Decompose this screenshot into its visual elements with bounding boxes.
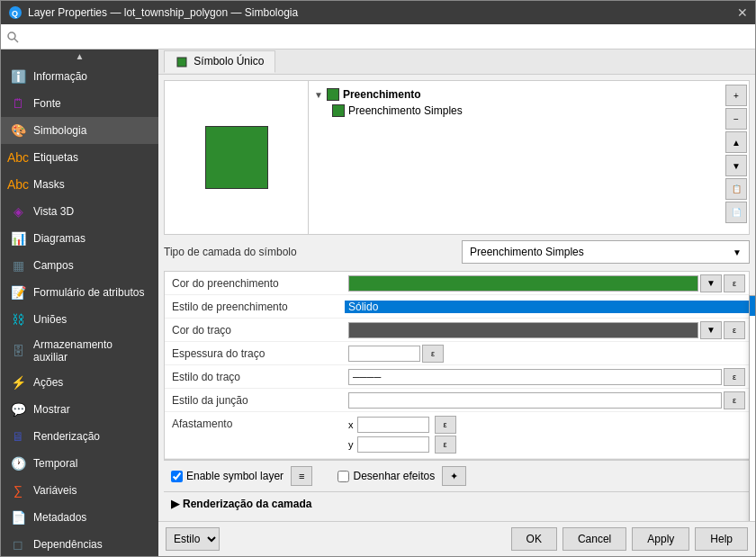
style-dropdown-group: Estilo	[166, 527, 220, 551]
sidebar-label-temporal: Temporal	[33, 457, 77, 470]
sidebar-label-acoes: Ações	[33, 376, 63, 389]
prop-row-estilo-traco: Estilo do traço ──── ε	[165, 365, 749, 389]
estilo-traco-value: ────	[353, 372, 381, 382]
render-header[interactable]: ▶ Renderização da camada	[171, 498, 742, 510]
bottom-bar: Estilo OK Cancel Apply Help	[158, 521, 755, 556]
color-swatch-fill[interactable]	[348, 275, 698, 292]
search-bar	[1, 24, 755, 49]
sidebar-item-etiquetas[interactable]: AbcEtiquetas	[1, 144, 158, 171]
fill-style-solido[interactable]: Sólido	[750, 296, 755, 316]
sym-paste-btn[interactable]: 📄	[725, 202, 747, 223]
fill-style-diag135[interactable]: Diagonal 135°	[750, 395, 755, 415]
fonte-icon: 🗒	[10, 95, 26, 112]
prop-btn-juncao-expr[interactable]: ε	[724, 391, 745, 409]
sym-remove-btn[interactable]: −	[725, 108, 747, 130]
prop-label-estilo-preenchimento: Estilo de preenchimento	[165, 301, 345, 313]
prop-btn-traco-expr[interactable]: ε	[724, 321, 745, 339]
prop-btn-estilo-traco-expr[interactable]: ε	[724, 368, 745, 386]
prop-btn-afastamento-x-expr[interactable]: ε	[435, 416, 456, 434]
render-label: Renderização da camada	[183, 498, 311, 510]
fill-style-diagx[interactable]: Diagonal X	[750, 435, 755, 454]
prop-btn-fill-dropdown[interactable]: ▼	[700, 274, 722, 292]
fill-style-dens4[interactable]: Densidade 4	[750, 514, 755, 521]
estilo-juncao-select[interactable]	[348, 392, 722, 409]
fill-style-cruz[interactable]: Cruz	[750, 375, 755, 395]
draw-effects-btn[interactable]: ✦	[442, 466, 466, 486]
sidebar-label-dependencias: Dependências	[33, 538, 103, 551]
right-panel: Símbolo Único ▼ Preenchimento	[158, 49, 755, 556]
sidebar-item-dependencias[interactable]: ◻Dependências	[1, 531, 158, 556]
sym-down-btn[interactable]: ▼	[725, 155, 747, 176]
sym-up-btn[interactable]: ▲	[725, 131, 747, 153]
fill-style-dens2[interactable]: Densidade 2	[750, 474, 755, 494]
sidebar-item-acoes[interactable]: ⚡Ações	[1, 369, 158, 396]
apply-button[interactable]: Apply	[632, 527, 689, 551]
fill-style-vertical[interactable]: Vertical	[750, 355, 755, 375]
sidebar-item-informacao[interactable]: ℹ️Informação	[1, 63, 158, 90]
sym-copy-btn[interactable]: 📋	[725, 178, 747, 200]
prop-row-espessura-traco: Espessura do traço ε	[165, 342, 749, 365]
sidebar-label-etiquetas: Etiquetas	[33, 151, 78, 164]
espessura-input[interactable]	[348, 346, 420, 362]
sidebar-item-unioes[interactable]: ⛓Uniões	[1, 306, 158, 333]
enable-symbol-check[interactable]	[171, 471, 183, 482]
sidebar-item-fonte[interactable]: 🗒Fonte	[1, 90, 158, 117]
sidebar-item-temporal[interactable]: 🕐Temporal	[1, 450, 158, 477]
sidebar-item-formulario[interactable]: 📝Formulário de atributos	[1, 279, 158, 306]
fill-style-selected: Sólido	[348, 301, 378, 313]
sidebar-item-renderizacao[interactable]: 🖥Renderização	[1, 423, 158, 450]
sidebar-item-masks[interactable]: AbcMasks	[1, 171, 158, 198]
sidebar-item-vista3d[interactable]: ◈Vista 3D	[1, 198, 158, 225]
afastamento-x-input[interactable]	[357, 417, 429, 433]
sidebar-item-campos[interactable]: ▦Campos	[1, 252, 158, 279]
symbol-tree-root[interactable]: ▼ Preenchimento	[314, 86, 716, 103]
metadados-icon: 📄	[10, 509, 26, 526]
symbol-layer-btn[interactable]: ≡	[291, 466, 312, 486]
unioes-icon: ⛓	[10, 311, 26, 328]
fill-style-dens1[interactable]: Densidade 1	[750, 454, 755, 474]
afastamento-y-input[interactable]	[357, 436, 429, 453]
sidebar-item-armazenamento[interactable]: 🗄Armazenamento auxiliar	[1, 333, 158, 369]
symbol-buttons: + − ▲ ▼ 📋 📄	[722, 81, 749, 234]
sym-add-btn[interactable]: +	[725, 85, 747, 106]
prop-value-estilo-preenchimento[interactable]: Sólido	[345, 301, 749, 313]
search-input[interactable]	[22, 31, 750, 43]
ok-button[interactable]: OK	[511, 527, 557, 551]
prop-value-estilo-traco: ──── ε	[345, 368, 749, 386]
draw-effects-check[interactable]	[338, 471, 349, 482]
simbologia-icon: 🎨	[10, 122, 26, 139]
fill-style-horizontal[interactable]: Horizontal	[750, 336, 755, 355]
sidebar-item-metadados[interactable]: 📄Metadados	[1, 504, 158, 531]
armazenamento-icon: 🗄	[10, 343, 26, 359]
prop-btn-fill-expr[interactable]: ε	[724, 274, 745, 292]
sidebar-label-unioes: Uniões	[33, 313, 67, 326]
style-dropdown[interactable]: Estilo	[166, 527, 220, 551]
cancel-button[interactable]: Cancel	[562, 527, 626, 551]
draw-effects-checkbox[interactable]: Desenhar efeitos	[338, 470, 435, 482]
svg-rect-4	[177, 58, 186, 67]
properties-grid: Cor do preenchimento ▼ ε Estilo de preen…	[164, 271, 750, 460]
fill-style-sem_preench[interactable]: Sem preenchimento	[750, 316, 755, 336]
help-button[interactable]: Help	[695, 527, 748, 551]
enable-symbol-checkbox[interactable]: Enable symbol layer	[171, 470, 284, 482]
sidebar-item-diagramas[interactable]: 📊Diagramas	[1, 225, 158, 252]
svg-point-2	[8, 32, 15, 40]
symbol-tree-sub[interactable]: Preenchimento Simples	[314, 103, 716, 119]
estilo-traco-select[interactable]: ────	[348, 369, 722, 385]
fill-style-diag45[interactable]: Diagonal 45°	[750, 415, 755, 435]
color-swatch-stroke[interactable]	[348, 322, 698, 338]
informacao-icon: ℹ️	[10, 68, 26, 85]
sidebar-item-mostrar[interactable]: 💬Mostrar	[1, 396, 158, 423]
prop-btn-afastamento-y-expr[interactable]: ε	[435, 436, 456, 454]
sidebar-scroll-up[interactable]: ▲	[1, 49, 158, 63]
fill-style-dropdown[interactable]: SólidoSem preenchimentoHorizontalVertica…	[749, 295, 755, 521]
sidebar-item-simbologia[interactable]: 🎨Simbologia	[1, 117, 158, 144]
prop-btn-traco-dropdown[interactable]: ▼	[700, 321, 722, 339]
layer-type-dropdown[interactable]: Preenchimento Simples ▼	[462, 240, 750, 264]
tab-symbolo-unico[interactable]: Símbolo Único	[164, 50, 275, 73]
temporal-icon: 🕐	[10, 455, 26, 472]
prop-btn-espessura-expr[interactable]: ε	[422, 345, 444, 363]
close-button[interactable]: ✕	[737, 5, 748, 20]
fill-style-dens3[interactable]: Densidade 3	[750, 494, 755, 514]
sidebar-item-variaveis[interactable]: ∑Variáveis	[1, 477, 158, 504]
